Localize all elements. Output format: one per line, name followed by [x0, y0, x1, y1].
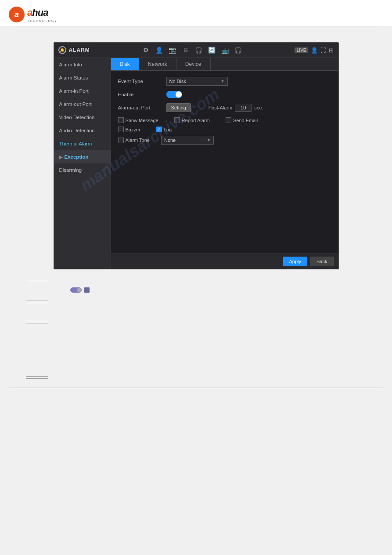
show-message-row: Show Message Report Alarm Send Email — [118, 117, 331, 123]
send-email-group: Send Email — [226, 117, 258, 123]
send-email-label: Send Email — [233, 118, 258, 123]
below-line-6 — [26, 376, 48, 377]
logo-icon: a — [9, 7, 25, 22]
toolbar-icons: ⚙ 👤 📷 🖥 🎧 🔄 📺 🎧 — [141, 45, 243, 55]
sidebar-item-disarming[interactable]: Disarming — [54, 163, 111, 177]
toolbar-icon-refresh[interactable]: 🔄 — [207, 45, 217, 55]
toolbar-icon-settings[interactable]: ⚙ — [141, 45, 151, 55]
below-line-2 — [26, 301, 48, 301]
alarm-tone-group: Alarm Tone — [118, 138, 150, 143]
below-line-3 — [26, 303, 48, 303]
setting-button[interactable]: Setting — [166, 103, 191, 112]
alarm-tone-dropdown[interactable]: None ▼ — [161, 136, 214, 145]
ui-window: manualsarchive.com 🔔 ALARM ⚙ 👤 📷 🖥 🎧 🔄 📺… — [54, 42, 339, 269]
toolbar-icon-phone[interactable]: 🎧 — [234, 45, 243, 55]
buzzer-checkbox[interactable] — [118, 127, 124, 132]
exception-arrow: ▶ — [59, 155, 63, 160]
report-alarm-checkbox[interactable] — [174, 117, 180, 123]
main-content: Disk Network Device Event Type — [111, 58, 338, 269]
event-type-label: Event Type — [118, 79, 162, 84]
below-content — [0, 281, 392, 379]
sidebar-item-alarm-info[interactable]: Alarm Info — [54, 58, 111, 71]
logo-text: ahua — [27, 7, 58, 18]
sidebar: Alarm Info Alarm Status Alarm-in Port Al… — [54, 58, 111, 269]
below-line-1 — [26, 281, 48, 281]
buzzer-group: Buzzer — [118, 127, 140, 132]
enable-label: Enable — [118, 92, 162, 97]
sidebar-item-alarm-out-port[interactable]: Alarm-out Port — [54, 98, 111, 111]
logo-container: a ahua TECHNOLOGY — [9, 7, 383, 22]
event-type-dropdown[interactable]: No Disk ▼ — [166, 77, 228, 86]
sidebar-item-thermal-alarm[interactable]: Thermal Alarm — [54, 137, 111, 150]
tab-disk[interactable]: Disk — [111, 58, 139, 70]
alarm-tone-row: Alarm Tone None ▼ — [118, 136, 331, 145]
tab-network[interactable]: Network — [139, 58, 176, 70]
live-badge: LIVE — [295, 47, 309, 53]
tab-device[interactable]: Device — [176, 58, 211, 70]
alarm-tone-dropdown-arrow: ▼ — [207, 138, 211, 142]
alarm-out-port-label: Alarm-out Port — [118, 105, 162, 110]
below-line-5 — [26, 323, 48, 323]
toggle-knob — [176, 91, 182, 98]
post-alarm-group: Post-Alarm sec. — [209, 104, 263, 112]
post-alarm-unit: sec. — [254, 105, 263, 110]
content-panel: Event Type No Disk ▼ Enable — [111, 71, 338, 254]
logo-wrapper: ahua TECHNOLOGY — [27, 7, 58, 22]
show-message-label: Show Message — [126, 118, 158, 123]
text-block-1 — [26, 321, 383, 323]
alarm-tone-checkbox[interactable] — [118, 138, 124, 143]
sidebar-item-audio-detection[interactable]: Audio Detection — [54, 124, 111, 137]
small-toggle-area — [70, 287, 383, 293]
show-message-group: Show Message — [118, 117, 158, 123]
toolbar-left: 🔔 ALARM — [58, 46, 90, 54]
logo-area: a ahua TECHNOLOGY — [0, 0, 392, 26]
top-toolbar: 🔔 ALARM ⚙ 👤 📷 🖥 🎧 🔄 📺 🎧 LIVE 👤 ⛶ ⊞ — [54, 43, 338, 58]
bottom-bar: Apply Back — [111, 254, 338, 269]
sidebar-item-alarm-status[interactable]: Alarm Status — [54, 71, 111, 84]
buzzer-label: Buzzer — [126, 127, 140, 132]
alarm-tone-label: Alarm Tone — [126, 138, 150, 143]
toolbar-icon-dvr[interactable]: 🖥 — [181, 45, 191, 55]
back-button[interactable]: Back — [310, 257, 334, 266]
page-bottom-divider — [9, 388, 383, 388]
apply-button[interactable]: Apply — [283, 257, 308, 266]
below-line-7 — [26, 378, 48, 379]
enable-toggle[interactable] — [166, 91, 182, 98]
small-toggle-knob — [77, 288, 81, 292]
tab-bar: Disk Network Device — [111, 58, 338, 71]
fullscreen-icon[interactable]: ⛶ — [320, 47, 326, 54]
small-square — [84, 287, 90, 293]
sidebar-item-video-detection[interactable]: Video Detection — [54, 111, 111, 124]
report-alarm-group: Report Alarm — [174, 117, 210, 123]
toolbar-right-icons: 👤 ⛶ ⊞ — [311, 47, 334, 54]
logo-subtitle: TECHNOLOGY — [27, 19, 58, 22]
toolbar-title: ALARM — [69, 47, 90, 53]
toolbar-right: LIVE 👤 ⛶ ⊞ — [295, 47, 334, 54]
text-block-2 — [26, 376, 383, 379]
below-line-4 — [26, 321, 48, 321]
log-checkbox[interactable]: ✓ — [156, 127, 162, 132]
log-group: ✓ Log — [156, 127, 172, 132]
sidebar-item-alarm-in-port[interactable]: Alarm-in Port — [54, 84, 111, 98]
send-email-checkbox[interactable] — [226, 117, 231, 123]
toolbar-icon-headset[interactable]: 🎧 — [194, 45, 204, 55]
post-alarm-input[interactable] — [235, 104, 252, 112]
log-label: Log — [164, 127, 172, 132]
enable-row: Enable — [118, 91, 331, 98]
grid-icon[interactable]: ⊞ — [329, 47, 334, 54]
sidebar-item-exception[interactable]: ▶ Exception — [54, 150, 111, 163]
toolbar-icon-user[interactable]: 👤 — [155, 45, 164, 55]
show-message-checkbox[interactable] — [118, 117, 124, 123]
alarm-out-port-row: Alarm-out Port Setting Post-Alarm sec. — [118, 103, 331, 112]
toolbar-icon-camera[interactable]: 📷 — [168, 45, 177, 55]
event-type-row: Event Type No Disk ▼ — [118, 77, 331, 86]
alarm-icon: 🔔 — [58, 46, 66, 54]
small-toggle — [70, 287, 82, 293]
report-alarm-label: Report Alarm — [182, 118, 210, 123]
header-divider — [9, 26, 383, 26]
toolbar-icon-monitor[interactable]: 📺 — [220, 45, 230, 55]
user-icon[interactable]: 👤 — [311, 47, 318, 54]
ui-body: Alarm Info Alarm Status Alarm-in Port Al… — [54, 58, 338, 269]
buzzer-log-row: Buzzer ✓ Log — [118, 127, 331, 132]
post-alarm-label: Post-Alarm — [209, 105, 232, 110]
